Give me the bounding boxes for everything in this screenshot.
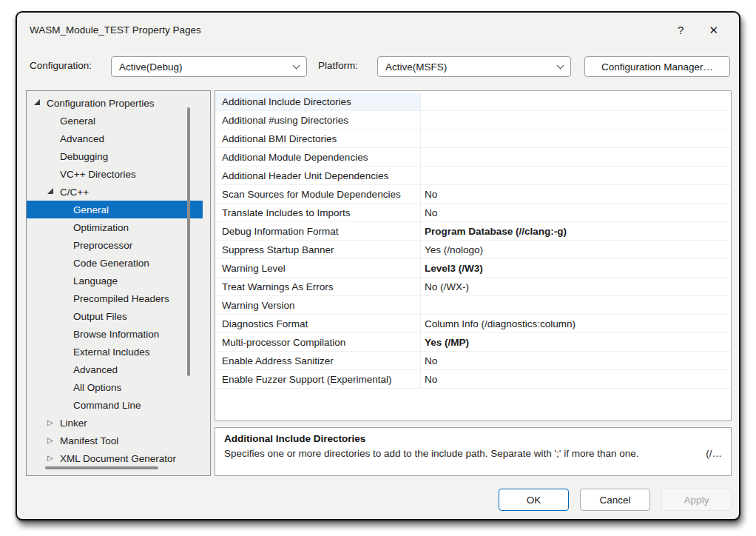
tree-vertical-scrollbar[interactable]	[187, 107, 190, 376]
property-row-warning-version[interactable]: Warning Version	[215, 296, 731, 315]
chevron-down-icon	[293, 61, 300, 69]
tree-item-label: Linker	[60, 418, 87, 429]
property-name: Scan Sources for Module Dependencies	[215, 185, 420, 203]
tree-item-label: Browse Information	[73, 329, 159, 340]
tree-horizontal-scrollbar[interactable]	[45, 466, 158, 469]
description-panel: Additional Include Directories Specifies…	[215, 427, 732, 476]
tree-item-advanced[interactable]: Advanced	[27, 361, 203, 378]
configuration-toolbar: Configuration: Active(Debug) Platform: A…	[17, 56, 739, 77]
tree-item-preprocessor[interactable]: Preprocessor	[27, 236, 203, 254]
tree-item-language[interactable]: Language	[27, 272, 203, 289]
collapsed-arrow-icon[interactable]: ▷	[47, 455, 60, 462]
property-value[interactable]: Program Database (//clang:-g)	[420, 222, 731, 240]
platform-label: Platform:	[318, 60, 358, 71]
property-value[interactable]: No	[420, 370, 731, 388]
tree-item-label: XML Document Generator	[60, 453, 176, 464]
tree-item-vc-directories[interactable]: VC++ Directories	[27, 165, 203, 183]
property-name: Diagnostics Format	[215, 315, 420, 332]
tree-item-output-files[interactable]: Output Files	[27, 307, 203, 325]
tree-item-manifest-tool[interactable]: ▷Manifest Tool	[27, 432, 203, 449]
property-name: Debug Information Format	[215, 222, 420, 240]
platform-dropdown[interactable]: Active(MSFS)	[377, 56, 571, 77]
property-row-scan-sources-for-module-dependencies[interactable]: Scan Sources for Module DependenciesNo	[215, 185, 731, 204]
tree-item-label: Debugging	[60, 151, 108, 162]
close-icon[interactable]: ✕	[709, 24, 718, 36]
property-pages-dialog: WASM_Module_TEST Property Pages ? ✕ Conf…	[16, 11, 740, 520]
tree-item-precompiled-headers[interactable]: Precompiled Headers	[27, 289, 203, 307]
description-suffix: (/…	[706, 448, 722, 459]
tree-item-label: Precompiled Headers	[73, 293, 169, 304]
tree-item-advanced[interactable]: Advanced	[27, 130, 203, 147]
category-tree: Configuration PropertiesGeneralAdvancedD…	[27, 94, 203, 467]
tree-item-general[interactable]: General	[27, 112, 203, 130]
tree-item-linker[interactable]: ▷Linker	[27, 414, 203, 432]
property-value[interactable]	[420, 148, 731, 166]
property-value[interactable]: No	[420, 352, 731, 369]
property-row-treat-warnings-as-errors[interactable]: Treat Warnings As ErrorsNo (/WX-)	[215, 278, 731, 296]
property-grid: Additional Include DirectoriesAdditional…	[215, 93, 731, 389]
tree-item-configuration-properties[interactable]: Configuration Properties	[27, 94, 203, 112]
tree-item-debugging[interactable]: Debugging	[27, 147, 203, 165]
property-value[interactable]: No (/WX-)	[420, 278, 731, 295]
property-value[interactable]: Column Info (/diagnostics:column)	[420, 315, 731, 332]
property-row-enable-fuzzer-support-experimental[interactable]: Enable Fuzzer Support (Experimental)No	[215, 370, 731, 389]
help-icon[interactable]: ?	[678, 24, 684, 36]
property-value[interactable]	[420, 167, 731, 184]
configuration-dropdown-value: Active(Debug)	[119, 61, 183, 73]
property-row-suppress-startup-banner[interactable]: Suppress Startup BannerYes (/nologo)	[215, 241, 731, 259]
property-value[interactable]: Yes (/MP)	[420, 333, 731, 351]
property-value[interactable]: No	[420, 185, 731, 203]
tree-item-label: Manifest Tool	[60, 435, 118, 446]
platform-dropdown-value: Active(MSFS)	[385, 61, 447, 73]
tree-item-code-generation[interactable]: Code Generation	[27, 254, 203, 272]
property-value[interactable]	[420, 111, 731, 129]
tree-item-all-options[interactable]: All Options	[27, 378, 203, 396]
property-name: Additional Module Dependencies	[215, 148, 420, 166]
property-row-additional-include-directories[interactable]: Additional Include Directories	[215, 93, 731, 111]
property-name: Warning Version	[215, 296, 420, 314]
property-row-debug-information-format[interactable]: Debug Information FormatProgram Database…	[215, 222, 731, 241]
property-value[interactable]: Level3 (/W3)	[420, 259, 731, 277]
tree-item-label: General	[60, 115, 95, 127]
property-row-enable-address-sanitizer[interactable]: Enable Address SanitizerNo	[215, 352, 731, 370]
expanded-arrow-icon[interactable]	[34, 101, 47, 105]
property-row-additional-module-dependencies[interactable]: Additional Module Dependencies	[215, 148, 731, 167]
property-row-additional-using-directories[interactable]: Additional #using Directories	[215, 111, 731, 130]
property-value[interactable]	[420, 93, 731, 110]
property-value[interactable]	[420, 130, 731, 147]
tree-item-external-includes[interactable]: External Includes	[27, 343, 203, 361]
tree-item-command-line[interactable]: Command Line	[27, 396, 203, 414]
tree-item-label: All Options	[73, 382, 121, 393]
collapsed-arrow-icon[interactable]: ▷	[47, 419, 60, 426]
property-row-multi-processor-compilation[interactable]: Multi-processor CompilationYes (/MP)	[215, 333, 731, 352]
property-value[interactable]: Yes (/nologo)	[420, 241, 731, 258]
property-name: Warning Level	[215, 259, 420, 277]
property-row-additional-bmi-directories[interactable]: Additional BMI Directories	[215, 130, 731, 148]
tree-item-xml-document-generator[interactable]: ▷XML Document Generator	[27, 449, 203, 467]
expanded-arrow-icon[interactable]	[47, 190, 60, 194]
property-name: Translate Includes to Imports	[215, 204, 420, 221]
tree-item-label: External Includes	[73, 346, 150, 358]
configuration-dropdown[interactable]: Active(Debug)	[111, 56, 307, 77]
property-name: Suppress Startup Banner	[215, 241, 420, 258]
apply-button[interactable]: Apply	[661, 489, 732, 511]
ok-button[interactable]: OK	[499, 489, 569, 511]
tree-item-label: General	[73, 204, 109, 215]
property-row-diagnostics-format[interactable]: Diagnostics FormatColumn Info (/diagnost…	[215, 315, 731, 333]
tree-item-optimization[interactable]: Optimization	[27, 218, 203, 236]
property-row-warning-level[interactable]: Warning LevelLevel3 (/W3)	[215, 259, 731, 278]
property-name: Treat Warnings As Errors	[215, 278, 420, 295]
configuration-manager-button[interactable]: Configuration Manager…	[584, 56, 730, 77]
category-tree-panel: Configuration PropertiesGeneralAdvancedD…	[26, 90, 211, 476]
property-value[interactable]	[420, 296, 731, 314]
cancel-button[interactable]: Cancel	[580, 489, 650, 511]
tree-item-general[interactable]: General	[27, 201, 203, 218]
property-row-additional-header-unit-dependencies[interactable]: Additional Header Unit Dependencies	[215, 167, 731, 185]
property-row-translate-includes-to-imports[interactable]: Translate Includes to ImportsNo	[215, 204, 731, 222]
chevron-down-icon	[557, 61, 564, 69]
collapsed-arrow-icon[interactable]: ▷	[47, 437, 60, 444]
tree-item-browse-information[interactable]: Browse Information	[27, 325, 203, 343]
tree-item-c-c[interactable]: C/C++	[27, 183, 203, 201]
property-value[interactable]: No	[420, 204, 731, 221]
tree-item-label: Code Generation	[73, 258, 149, 269]
